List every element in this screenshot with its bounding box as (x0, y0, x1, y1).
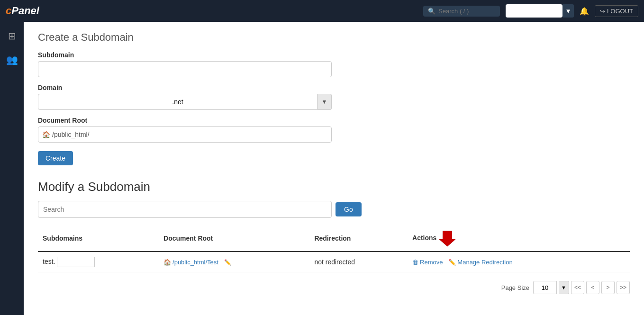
col-redirection: Redirection (309, 225, 408, 252)
pagination-next-button[interactable]: > (601, 281, 615, 294)
user-field[interactable] (506, 4, 562, 18)
domain-dropdown-button[interactable]: ▼ (317, 94, 332, 110)
document-root-group: Document Root 🏠 /public_html/ (38, 117, 630, 143)
sidebar: ⊞ 👥 (0, 22, 24, 315)
subdomain-label: Subdomain (38, 51, 630, 59)
page-size-label: Page Size (501, 284, 529, 291)
table-row: test. 🏠 /public_html/Test ✏️ not redirec… (38, 252, 630, 272)
user-dropdown-button[interactable]: ▼ (562, 4, 574, 18)
sidebar-item-users[interactable]: 👥 (2, 50, 22, 69)
sidebar-item-grid[interactable]: ⊞ (4, 27, 20, 45)
search-icon: 🔍 (428, 8, 435, 15)
pagination-last-button[interactable]: >> (617, 281, 630, 294)
domain-select-wrapper: ▼ (38, 94, 332, 110)
page-size-dropdown-button[interactable]: ▼ (559, 281, 569, 294)
edit-icon[interactable]: ✏️ (224, 259, 231, 266)
document-root-prefix: /public_html/ (52, 131, 90, 138)
modify-section: Modify a Subdomain Go Subdomains Documen… (38, 180, 630, 294)
remove-link[interactable]: 🗑 Remove (412, 259, 443, 266)
subdomain-search-input[interactable] (38, 201, 332, 218)
bell-icon[interactable]: 🔔 (580, 7, 589, 16)
cell-actions: 🗑 Remove ✏️ Manage Redirection (408, 252, 630, 272)
logo-c: c (6, 5, 11, 17)
pagination-first-button[interactable]: << (571, 281, 584, 294)
svg-marker-0 (439, 231, 455, 246)
navbar: cPanel 🔍 ▼ 🔔 ↪ LOGOUT (0, 0, 644, 22)
modify-title: Modify a Subdomain (38, 180, 630, 194)
main-content: Create a Subdomain Subdomain Domain ▼ Do… (24, 22, 644, 315)
logo-panel: Panel (11, 5, 39, 17)
pencil-icon: ✏️ (448, 259, 456, 266)
home-icon-small: 🏠 (163, 259, 171, 266)
cell-redirection: not redirected (309, 252, 408, 272)
go-button[interactable]: Go (336, 202, 362, 216)
search-go-row: Go (38, 201, 630, 218)
domain-label: Domain (38, 84, 630, 91)
logout-button[interactable]: ↪ LOGOUT (595, 5, 638, 17)
document-root-input[interactable] (90, 131, 327, 138)
domain-group: Domain ▼ (38, 84, 630, 110)
manage-redirection-link[interactable]: ✏️ Manage Redirection (448, 259, 512, 266)
domain-input[interactable] (38, 94, 317, 110)
home-icon: 🏠 (42, 131, 50, 138)
down-arrow-icon (438, 229, 456, 247)
document-root-wrapper: 🏠 /public_html/ (38, 126, 332, 143)
pagination-prev-button[interactable]: < (586, 281, 599, 294)
cell-subdomain: test. (38, 252, 159, 272)
section-title: Create a Subdomain (38, 31, 630, 44)
pagination-row: Page Size ▼ << < > >> (38, 281, 630, 294)
cell-doc-root: 🏠 /public_html/Test ✏️ (159, 252, 309, 272)
trash-icon: 🗑 (412, 259, 418, 266)
col-subdomains: Subdomains (38, 225, 159, 252)
logout-icon: ↪ (600, 8, 605, 15)
subdomain-input[interactable] (38, 61, 332, 77)
col-document-root: Document Root (159, 225, 309, 252)
col-actions: Actions (408, 225, 630, 252)
navbar-search-box[interactable]: 🔍 (423, 6, 500, 17)
cpanel-logo: cPanel (6, 5, 39, 17)
create-button[interactable]: Create (38, 151, 73, 165)
subdomain-group: Subdomain (38, 51, 630, 77)
subdomain-suffix-input (57, 257, 95, 267)
search-input[interactable] (438, 8, 495, 15)
doc-root-link[interactable]: 🏠 /public_html/Test (163, 259, 218, 266)
subdomains-table: Subdomains Document Root Redirection Act… (38, 225, 630, 272)
document-root-label: Document Root (38, 117, 630, 124)
page-size-input[interactable] (533, 281, 557, 294)
subdomain-name: test. (43, 258, 55, 265)
